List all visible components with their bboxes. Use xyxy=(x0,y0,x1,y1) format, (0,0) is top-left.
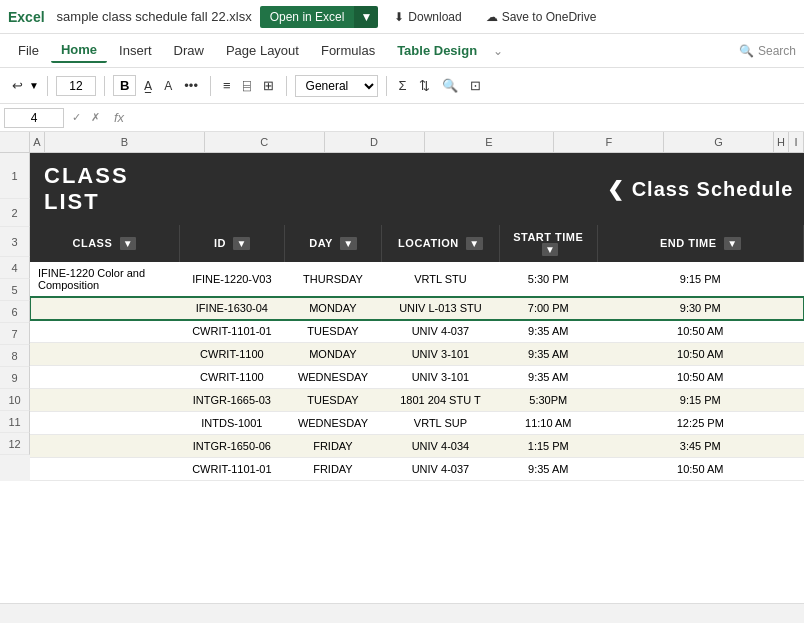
cell-day[interactable]: FRIDAY xyxy=(285,458,382,481)
row-num-7[interactable]: 7 xyxy=(0,323,30,345)
cell-day[interactable]: WEDNESDAY xyxy=(285,412,382,435)
col-location-header[interactable]: LOCATION ▼ xyxy=(381,225,499,262)
font-color-button[interactable]: A xyxy=(160,77,176,95)
table-row[interactable]: IFINE-1220 Color and CompositionIFINE-12… xyxy=(30,262,804,297)
col-day-header[interactable]: DAY ▼ xyxy=(285,225,382,262)
cell-day[interactable]: MONDAY xyxy=(285,297,382,320)
cell-id[interactable]: CWRIT-1101-01 xyxy=(179,320,284,343)
cell-location[interactable]: VRTL STU xyxy=(381,262,499,297)
cell-start-time[interactable]: 9:35 AM xyxy=(499,343,597,366)
row-num-2[interactable]: 2 xyxy=(0,199,30,227)
start-filter-icon[interactable]: ▼ xyxy=(542,243,558,256)
open-excel-dropdown[interactable]: ▼ xyxy=(354,6,378,28)
cell-class[interactable] xyxy=(30,320,179,343)
menu-home[interactable]: Home xyxy=(51,38,107,63)
table-row[interactable]: IFINE-1630-04MONDAYUNIV L-013 STU7:00 PM… xyxy=(30,297,804,320)
cell-location[interactable]: UNIV 4-037 xyxy=(381,458,499,481)
cell-class[interactable] xyxy=(30,343,179,366)
cell-day[interactable]: WEDNESDAY xyxy=(285,366,382,389)
formula-input[interactable] xyxy=(136,111,800,125)
chevron-down-icon[interactable]: ▼ xyxy=(29,80,39,91)
row-num-1[interactable]: 1 xyxy=(0,153,30,199)
cell-location[interactable]: VRTL SUP xyxy=(381,412,499,435)
col-start-time-header[interactable]: START TIME ▼ xyxy=(499,225,597,262)
col-i[interactable]: I xyxy=(789,132,804,152)
menu-formulas[interactable]: Formulas xyxy=(311,39,385,62)
cell-id[interactable]: CWRIT-1101-01 xyxy=(179,458,284,481)
download-button[interactable]: ⬇ Download xyxy=(386,6,469,28)
cell-start-time[interactable]: 7:00 PM xyxy=(499,297,597,320)
open-in-excel-button[interactable]: Open in Excel xyxy=(260,6,355,28)
cell-end-time[interactable]: 10:50 AM xyxy=(597,366,803,389)
save-to-onedrive-button[interactable]: ☁ Save to OneDrive xyxy=(478,6,605,28)
cell-id[interactable]: INTDS-1001 xyxy=(179,412,284,435)
location-filter-icon[interactable]: ▼ xyxy=(466,237,482,250)
cell-end-time[interactable]: 12:25 PM xyxy=(597,412,803,435)
cell-location[interactable]: UNIV 4-037 xyxy=(381,320,499,343)
cell-start-time[interactable]: 5:30PM xyxy=(499,389,597,412)
table-row[interactable]: CWRIT-1100MONDAYUNIV 3-1019:35 AM10:50 A… xyxy=(30,343,804,366)
row-num-11[interactable]: 11 xyxy=(0,411,30,433)
row-num-9[interactable]: 9 xyxy=(0,367,30,389)
cell-start-time[interactable]: 9:35 AM xyxy=(499,366,597,389)
cell-end-time[interactable]: 10:50 AM xyxy=(597,343,803,366)
row-num-10[interactable]: 10 xyxy=(0,389,30,411)
cell-class[interactable] xyxy=(30,297,179,320)
cell-start-time[interactable]: 11:10 AM xyxy=(499,412,597,435)
col-e[interactable]: E xyxy=(425,132,555,152)
row-num-4[interactable]: 4 xyxy=(0,257,30,279)
row-num-8[interactable]: 8 xyxy=(0,345,30,367)
undo-button[interactable]: ↩ xyxy=(8,76,27,95)
menu-draw[interactable]: Draw xyxy=(164,39,214,62)
corner-cell[interactable] xyxy=(0,132,30,152)
cell-location[interactable]: UNIV 3-101 xyxy=(381,343,499,366)
cell-day[interactable]: TUESDAY xyxy=(285,389,382,412)
cell-id[interactable]: INTGR-1665-03 xyxy=(179,389,284,412)
cell-start-time[interactable]: 9:35 AM xyxy=(499,320,597,343)
cell-start-time[interactable]: 9:35 AM xyxy=(499,458,597,481)
table-row[interactable]: CWRIT-1100WEDNESDAYUNIV 3-1019:35 AM10:5… xyxy=(30,366,804,389)
col-end-time-header[interactable]: END TIME ▼ xyxy=(597,225,803,262)
highlight-button[interactable]: A̲ xyxy=(140,77,156,95)
id-filter-icon[interactable]: ▼ xyxy=(233,237,249,250)
cell-location[interactable]: UNIV L-013 STU xyxy=(381,297,499,320)
cell-location[interactable]: UNIV 4-034 xyxy=(381,435,499,458)
cell-id[interactable]: IFINE-1630-04 xyxy=(179,297,284,320)
cell-day[interactable]: TUESDAY xyxy=(285,320,382,343)
col-id-header[interactable]: ID ▼ xyxy=(179,225,284,262)
class-filter-icon[interactable]: ▼ xyxy=(120,237,136,250)
cell-end-time[interactable]: 9:15 PM xyxy=(597,389,803,412)
col-b[interactable]: B xyxy=(45,132,205,152)
cell-day[interactable]: FRIDAY xyxy=(285,435,382,458)
col-class-header[interactable]: CLASS ▼ xyxy=(30,225,179,262)
table-row[interactable]: CWRIT-1101-01TUESDAYUNIV 4-0379:35 AM10:… xyxy=(30,320,804,343)
cell-class[interactable] xyxy=(30,435,179,458)
row-num-6[interactable]: 6 xyxy=(0,301,30,323)
cell-class[interactable] xyxy=(30,458,179,481)
menu-file[interactable]: File xyxy=(8,39,49,62)
end-filter-icon[interactable]: ▼ xyxy=(724,237,740,250)
font-size-input[interactable] xyxy=(56,76,96,96)
menu-insert[interactable]: Insert xyxy=(109,39,162,62)
cell-id[interactable]: CWRIT-1100 xyxy=(179,366,284,389)
cell-day[interactable]: THURSDAY xyxy=(285,262,382,297)
cell-end-time[interactable]: 9:30 PM xyxy=(597,297,803,320)
cell-day[interactable]: MONDAY xyxy=(285,343,382,366)
cell-location[interactable]: UNIV 3-101 xyxy=(381,366,499,389)
menu-table-design[interactable]: Table Design xyxy=(387,39,487,62)
row-num-12[interactable]: 12 xyxy=(0,433,30,455)
cell-class[interactable] xyxy=(30,366,179,389)
wrap-text-button[interactable]: ⌸ xyxy=(239,76,255,95)
cell-class[interactable]: IFINE-1220 Color and Composition xyxy=(30,262,179,297)
col-c[interactable]: C xyxy=(205,132,325,152)
cell-end-time[interactable]: 10:50 AM xyxy=(597,458,803,481)
cell-class[interactable] xyxy=(30,389,179,412)
col-d[interactable]: D xyxy=(325,132,425,152)
cell-location[interactable]: 1801 204 STU T xyxy=(381,389,499,412)
table-row[interactable]: INTGR-1665-03TUESDAY1801 204 STU T5:30PM… xyxy=(30,389,804,412)
row-num-5[interactable]: 5 xyxy=(0,279,30,301)
cell-end-time[interactable]: 3:45 PM xyxy=(597,435,803,458)
row-num-3[interactable]: 3 xyxy=(0,227,30,257)
cell-id[interactable]: IFINE-1220-V03 xyxy=(179,262,284,297)
align-button[interactable]: ≡ xyxy=(219,76,235,95)
